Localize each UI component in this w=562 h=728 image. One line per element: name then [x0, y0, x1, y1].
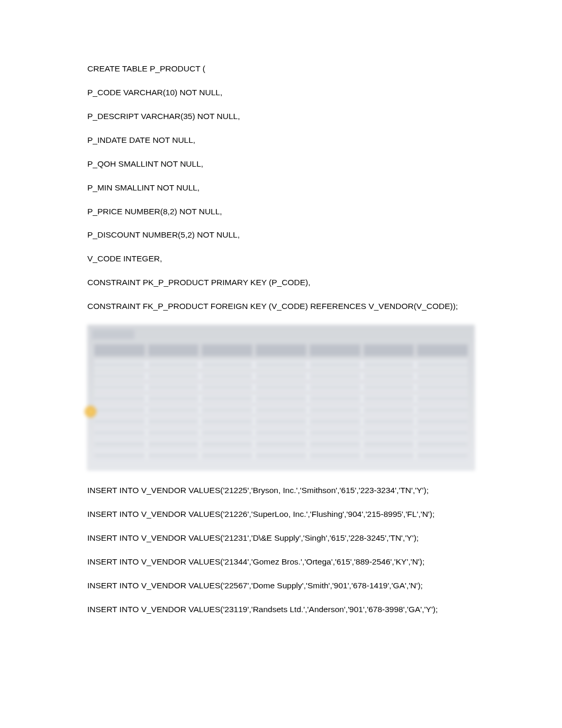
insert-block: INSERT INTO V_VENDOR VALUES('21225','Bry…	[87, 485, 475, 615]
sql-line: P_DISCOUNT NUMBER(5,2) NOT NULL,	[87, 230, 475, 241]
sql-line: P_INDATE DATE NOT NULL,	[87, 135, 475, 146]
create-table-block: CREATE TABLE P_PRODUCT ( P_CODE VARCHAR(…	[87, 63, 475, 312]
sql-line: INSERT INTO V_VENDOR VALUES('21344','Gom…	[87, 557, 475, 568]
sql-line: INSERT INTO V_VENDOR VALUES('21225','Bry…	[87, 485, 475, 496]
row-marker-icon	[85, 406, 96, 417]
sql-line: P_MIN SMALLINT NOT NULL,	[87, 183, 475, 194]
table-screenshot-placeholder	[87, 325, 475, 470]
sql-line: INSERT INTO V_VENDOR VALUES('21231','D\&…	[87, 533, 475, 544]
sql-line: CREATE TABLE P_PRODUCT (	[87, 63, 475, 75]
sql-line: CONSTRAINT FK_P_PRODUCT FOREIGN KEY (V_C…	[87, 301, 475, 312]
sql-line: INSERT INTO V_VENDOR VALUES('21226','Sup…	[87, 509, 475, 520]
sql-line: P_CODE VARCHAR(10) NOT NULL,	[87, 87, 475, 98]
sql-line: CONSTRAINT PK_P_PRODUCT PRIMARY KEY (P_C…	[87, 277, 475, 288]
sql-line: P_QOH SMALLINT NOT NULL,	[87, 159, 475, 170]
sql-line: V_CODE INTEGER,	[87, 253, 475, 265]
sql-line: INSERT INTO V_VENDOR VALUES('23119','Ran…	[87, 604, 475, 615]
sql-line: INSERT INTO V_VENDOR VALUES('22567','Dom…	[87, 580, 475, 592]
sql-line: P_DESCRIPT VARCHAR(35) NOT NULL,	[87, 111, 475, 122]
sql-line: P_PRICE NUMBER(8,2) NOT NULL,	[87, 206, 475, 217]
